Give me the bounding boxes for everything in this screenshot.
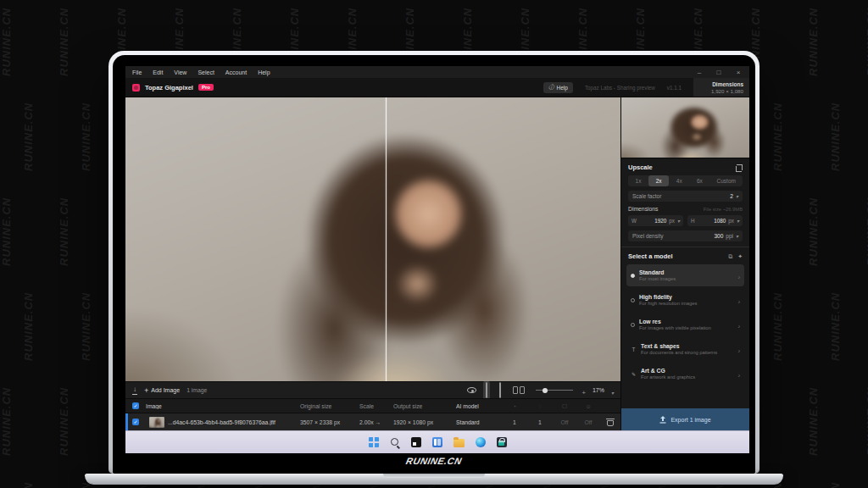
width-value: 1920 xyxy=(654,218,666,224)
model-standard[interactable]: Standard For most images xyxy=(626,264,744,286)
taskbar-file-explorer-icon[interactable] xyxy=(453,439,465,447)
table-row[interactable]: ...d4ac4-653b-4bb4-bad5-9f8076376aa.jfif… xyxy=(125,413,620,430)
row-sharpen: 1 xyxy=(502,419,527,425)
height-field[interactable]: H 1080 px xyxy=(687,215,743,226)
maximize-icon[interactable]: □ xyxy=(715,69,723,76)
app-header: Topaz Gigapixel Pro Help Topaz Labs - Sh… xyxy=(125,78,749,97)
help-button[interactable]: Help xyxy=(543,82,573,93)
view-mode-side-by-side[interactable] xyxy=(510,385,527,396)
scale-options: 1x 2x 4x 6x Custom xyxy=(628,175,743,186)
height-unit: px xyxy=(728,218,734,224)
height-label: H xyxy=(691,218,695,224)
pixel-density-label: Pixel density xyxy=(632,233,664,239)
right-sidebar: Upscale 1x 2x 4x 6x Custom Scale factor xyxy=(620,97,749,430)
chevron-right-icon xyxy=(738,341,740,357)
close-icon[interactable]: × xyxy=(734,69,743,76)
model-desc: For documents and strong patterns xyxy=(641,350,734,355)
taskbar-widgets-icon[interactable] xyxy=(432,437,442,447)
zoom-slider[interactable] xyxy=(536,390,573,391)
minimize-icon[interactable]: – xyxy=(695,69,704,76)
menu-help[interactable]: Help xyxy=(258,69,270,75)
bottom-toolbar: ↓ Add Image 1 image 17% xyxy=(125,381,620,398)
row-thumbnail xyxy=(149,417,164,428)
denoise-column-icon: ◌ xyxy=(527,403,553,409)
pen-icon xyxy=(631,371,637,377)
photo-paint xyxy=(125,97,620,381)
image-count: 1 image xyxy=(186,387,207,393)
taskbar-microsoft-store-icon[interactable] xyxy=(497,437,507,447)
taskbar-search-icon[interactable] xyxy=(390,437,400,447)
windows-taskbar xyxy=(125,430,749,453)
app-body: ↓ Add Image 1 image 17% xyxy=(125,97,749,430)
model-desc: For images with visible pixelation xyxy=(639,325,734,330)
col-original-size: Original size xyxy=(300,403,359,409)
width-field[interactable]: W 1920 px xyxy=(628,215,683,226)
taskbar-gigapixel-app-icon[interactable] xyxy=(411,437,421,447)
model-text-shapes[interactable]: Text & shapes For documents and strong p… xyxy=(626,338,744,360)
select-all-checkbox[interactable] xyxy=(132,402,139,409)
row-face-recovery: Off xyxy=(576,419,600,425)
file-size-note: File size ~26.9MB xyxy=(704,207,743,212)
row-checkbox[interactable] xyxy=(132,419,139,425)
taskbar-edge-browser-icon[interactable] xyxy=(476,437,486,447)
auto-model-icon[interactable]: ✦ xyxy=(737,253,743,260)
sharpen-column-icon: ◔ xyxy=(502,403,527,409)
row-output-size: 1920 × 1080 px xyxy=(393,419,456,425)
chevron-right-icon xyxy=(738,268,740,283)
scale-2x[interactable]: 2x xyxy=(648,175,669,186)
pixel-density-unit: ppi xyxy=(726,233,733,239)
model-low-res[interactable]: Low res For images with visible pixelati… xyxy=(626,313,744,336)
col-scale: Scale xyxy=(359,403,393,409)
scale-6x[interactable]: 6x xyxy=(689,175,709,186)
view-mode-split[interactable] xyxy=(497,381,504,400)
menu-select[interactable]: Select xyxy=(198,69,214,75)
width-unit: px xyxy=(669,218,675,224)
table-header: Image Original size Scale Output size AI… xyxy=(125,398,620,413)
compression-column-icon: ▢ xyxy=(553,402,576,409)
model-name: Art & CG xyxy=(641,368,734,374)
preview-eye-icon[interactable] xyxy=(467,387,476,393)
crop-icon[interactable] xyxy=(736,164,743,171)
image-canvas[interactable] xyxy=(125,97,620,381)
menu-bar: File Edit View Select Account Help – □ × xyxy=(125,66,749,78)
model-high-fidelity[interactable]: High fidelity For high resolution images xyxy=(626,289,744,311)
preview-thumbnail[interactable] xyxy=(621,97,749,158)
model-name: Standard xyxy=(639,269,734,275)
zoom-caret-icon[interactable] xyxy=(611,383,614,398)
row-ai-model: Standard xyxy=(456,419,502,425)
app-subtitle: Topaz Labs - Sharing preview xyxy=(585,85,655,91)
height-value: 1080 xyxy=(714,218,726,224)
model-desc: For artwork and graphics xyxy=(641,374,734,380)
chevron-right-icon xyxy=(738,292,740,308)
scale-4x[interactable]: 4x xyxy=(669,175,689,186)
compare-divider[interactable] xyxy=(386,97,387,381)
model-art-cg[interactable]: Art & CG For artwork and graphics xyxy=(626,363,744,385)
windows-start-icon[interactable] xyxy=(369,437,379,447)
delete-row-icon[interactable] xyxy=(607,419,614,426)
export-button[interactable]: Export 1 image xyxy=(621,408,749,430)
menu-file[interactable]: File xyxy=(132,69,142,75)
model-desc: For high resolution images xyxy=(639,301,734,306)
add-image-button[interactable]: Add Image xyxy=(144,386,180,395)
scale-factor-field[interactable]: Scale factor 2 xyxy=(628,191,743,202)
laptop-brand-logo: RUNINE.CN xyxy=(108,456,761,466)
import-tray-icon[interactable]: ↓ xyxy=(132,386,137,395)
help-label: Help xyxy=(557,85,568,91)
col-output-size: Output size xyxy=(393,403,456,409)
menu-edit[interactable]: Edit xyxy=(153,69,163,75)
pixel-density-value: 300 xyxy=(714,233,723,239)
text-icon xyxy=(631,347,637,352)
pixel-density-field[interactable]: Pixel density 300 ppi xyxy=(628,230,743,241)
menu-view[interactable]: View xyxy=(174,69,186,75)
zoom-level[interactable]: 17% xyxy=(593,387,604,393)
compare-models-icon[interactable]: ⧉ xyxy=(728,253,732,260)
photo-portrait xyxy=(125,97,620,381)
view-mode-single[interactable] xyxy=(483,381,490,400)
pro-badge: Pro xyxy=(198,84,214,91)
scale-1x[interactable]: 1x xyxy=(628,175,648,186)
radio-icon xyxy=(631,298,635,302)
scale-custom[interactable]: Custom xyxy=(709,175,743,186)
menu-account[interactable]: Account xyxy=(225,69,247,75)
zoom-slider-knob[interactable] xyxy=(542,388,548,393)
zoom-in-icon[interactable] xyxy=(581,383,586,398)
